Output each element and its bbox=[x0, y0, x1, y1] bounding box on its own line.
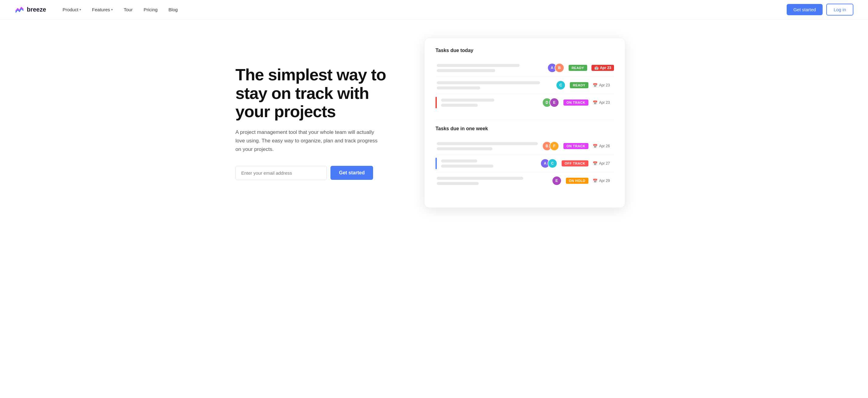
table-row: A C OFF TRACK 📅 Apr 27 bbox=[436, 155, 614, 172]
task-indicator-bar bbox=[436, 97, 437, 108]
avatar: E bbox=[550, 98, 559, 107]
status-badge: READY bbox=[569, 65, 587, 71]
calendar-icon: 📅 bbox=[593, 161, 597, 166]
hero-right: Tasks due today A B READY 📅 Apr 23 bbox=[424, 38, 625, 208]
avatar-group: A C bbox=[540, 159, 557, 168]
calendar-icon: 📅 bbox=[593, 178, 597, 183]
hero-subtitle: A project management tool that your whol… bbox=[236, 128, 382, 154]
email-input[interactable] bbox=[236, 166, 327, 180]
hero-section: The simplest way to stay on track with y… bbox=[221, 20, 647, 232]
tasks-week-list: B F ON TRACK 📅 Apr 26 bbox=[436, 137, 614, 189]
task-content bbox=[440, 99, 538, 107]
due-date: 📅 Apr 23 bbox=[593, 83, 614, 88]
section-today-title: Tasks due today bbox=[436, 48, 614, 53]
task-line bbox=[437, 182, 479, 185]
hero-get-started-button[interactable]: Get started bbox=[331, 166, 373, 180]
due-date: 📅 Apr 27 bbox=[593, 161, 614, 166]
task-line bbox=[437, 147, 493, 150]
nav-tour[interactable]: Tour bbox=[119, 5, 137, 14]
nav-pricing[interactable]: Pricing bbox=[139, 5, 162, 14]
due-date-text: Apr 27 bbox=[599, 161, 610, 166]
status-badge: ON HOLD bbox=[566, 178, 588, 184]
hero-left: The simplest way to stay on track with y… bbox=[236, 65, 406, 180]
nav-blog[interactable]: Blog bbox=[164, 5, 182, 14]
dashboard-card: Tasks due today A B READY 📅 Apr 23 bbox=[424, 38, 625, 208]
task-line bbox=[441, 160, 477, 163]
due-date-highlight: 📅 Apr 23 bbox=[591, 65, 614, 71]
task-line bbox=[437, 81, 540, 84]
logo-icon bbox=[14, 5, 24, 14]
table-row: A B READY 📅 Apr 23 bbox=[436, 59, 614, 77]
nav-login-button[interactable]: Log in bbox=[826, 4, 854, 15]
task-line bbox=[437, 64, 520, 67]
task-line bbox=[441, 104, 478, 107]
table-row: C READY 📅 Apr 23 bbox=[436, 77, 614, 94]
calendar-icon: 📅 bbox=[593, 83, 597, 88]
section-week-title: Tasks due in one week bbox=[436, 126, 614, 131]
due-date-text: Apr 26 bbox=[599, 144, 610, 148]
nav-actions: Get started Log in bbox=[787, 4, 854, 15]
task-content bbox=[440, 160, 536, 168]
avatar-group: D E bbox=[542, 98, 559, 107]
task-indicator-bar bbox=[436, 158, 437, 169]
task-content bbox=[436, 142, 538, 150]
task-content bbox=[436, 81, 552, 90]
task-line bbox=[437, 69, 495, 72]
features-chevron-icon: ▾ bbox=[111, 8, 113, 11]
due-date-text: Apr 23 bbox=[600, 66, 611, 70]
product-chevron-icon: ▾ bbox=[80, 8, 81, 11]
task-line bbox=[441, 99, 494, 102]
logo[interactable]: breeze bbox=[14, 5, 46, 14]
avatar-group: C bbox=[556, 80, 565, 90]
nav-product[interactable]: Product ▾ bbox=[58, 5, 85, 14]
calendar-icon: 📅 bbox=[593, 100, 597, 105]
avatar: B bbox=[555, 63, 564, 73]
due-date-text: Apr 23 bbox=[599, 100, 610, 105]
avatar-group: B F bbox=[542, 141, 559, 151]
hero-form: Get started bbox=[236, 166, 406, 180]
avatar: C bbox=[556, 80, 565, 90]
logo-text: breeze bbox=[27, 6, 46, 13]
task-content bbox=[436, 64, 543, 72]
due-date: 📅 Apr 26 bbox=[593, 144, 614, 148]
task-line bbox=[437, 87, 480, 90]
tasks-today-list: A B READY 📅 Apr 23 C bbox=[436, 59, 614, 111]
due-date: 📅 Apr 29 bbox=[593, 178, 614, 183]
calendar-icon: 📅 bbox=[593, 144, 597, 148]
nav-features[interactable]: Features ▾ bbox=[88, 5, 117, 14]
avatar: F bbox=[550, 141, 559, 151]
nav-get-started-button[interactable]: Get started bbox=[787, 4, 823, 15]
nav-links: Product ▾ Features ▾ Tour Pricing Blog bbox=[58, 5, 787, 14]
task-line bbox=[437, 142, 538, 145]
status-badge: ON TRACK bbox=[563, 143, 588, 149]
avatar-group: A B bbox=[547, 63, 564, 73]
due-date-text: Apr 29 bbox=[599, 178, 610, 183]
table-row: D E ON TRACK 📅 Apr 23 bbox=[436, 94, 614, 111]
avatar: E bbox=[552, 176, 562, 186]
calendar-icon: 📅 bbox=[594, 66, 599, 70]
task-line bbox=[437, 177, 523, 180]
task-line bbox=[441, 165, 493, 168]
status-badge: OFF TRACK bbox=[562, 160, 588, 166]
status-badge: READY bbox=[570, 82, 588, 88]
task-content bbox=[436, 177, 548, 185]
navbar: breeze Product ▾ Features ▾ Tour Pricing… bbox=[0, 0, 868, 20]
hero-title: The simplest way to stay on track with y… bbox=[236, 65, 406, 121]
status-badge: ON TRACK bbox=[563, 100, 588, 106]
due-date-text: Apr 23 bbox=[599, 83, 610, 87]
avatar: C bbox=[548, 159, 557, 168]
section-divider bbox=[436, 120, 614, 120]
due-date: 📅 Apr 23 bbox=[593, 100, 614, 105]
avatar-group: E bbox=[552, 176, 562, 186]
table-row: B F ON TRACK 📅 Apr 26 bbox=[436, 137, 614, 155]
table-row: E ON HOLD 📅 Apr 29 bbox=[436, 172, 614, 189]
